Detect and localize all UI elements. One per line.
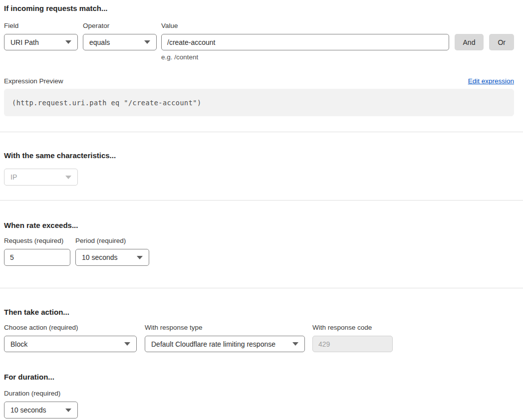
operator-label: Operator — [83, 21, 157, 30]
section-action: Then take action... Choose action (requi… — [0, 288, 523, 352]
value-hint: e.g. /content — [161, 53, 449, 61]
response-type-select-value: Default Cloudflare rate limiting respons… — [151, 340, 275, 348]
period-label: Period (required) — [75, 236, 149, 245]
choose-action-select[interactable]: Block — [4, 336, 137, 352]
period-select[interactable]: 10 seconds — [75, 249, 149, 266]
requests-group: Requests (required) — [4, 236, 70, 266]
section-match: If incoming requests match... Field URI … — [0, 0, 523, 132]
characteristic-select: IP — [4, 169, 78, 186]
value-group: Value e.g. /content — [161, 21, 449, 61]
field-select[interactable]: URI Path — [4, 34, 78, 50]
response-code-label: With response code — [312, 323, 393, 332]
requests-input[interactable] — [4, 249, 70, 266]
chevron-down-icon — [65, 176, 71, 179]
or-button[interactable]: Or — [489, 34, 514, 50]
and-button[interactable]: And — [455, 34, 484, 50]
rate-heading: When rate exceeds... — [4, 220, 514, 230]
characteristics-heading: With the same characteristics... — [4, 151, 514, 161]
duration-select[interactable]: 10 seconds — [4, 402, 78, 419]
expression-preview-box: (http.request.uri.path eq "/create-accou… — [4, 89, 514, 116]
response-type-group: With response type Default Cloudflare ra… — [145, 323, 305, 352]
choose-action-label: Choose action (required) — [4, 323, 137, 332]
duration-heading: For duration... — [4, 372, 514, 382]
duration-group: Duration (required) 10 seconds — [4, 389, 78, 419]
rate-limiting-rule-form: If incoming requests match... Field URI … — [0, 0, 523, 420]
period-group: Period (required) 10 seconds — [75, 236, 149, 266]
chevron-down-icon — [137, 256, 143, 259]
field-select-value: URI Path — [10, 38, 39, 46]
operator-group: Operator equals — [83, 21, 157, 50]
duration-select-value: 10 seconds — [10, 406, 46, 414]
field-label: Field — [4, 21, 78, 30]
choose-action-select-value: Block — [10, 340, 27, 348]
requests-label: Requests (required) — [4, 236, 70, 245]
section-characteristics: With the same characteristics... IP — [0, 132, 523, 200]
or-button-column: Or — [489, 21, 514, 50]
match-controls-row: Field URI Path Operator equals Value e.g… — [4, 21, 514, 61]
chevron-down-icon — [124, 342, 130, 346]
section-rate: When rate exceeds... Requests (required)… — [0, 201, 523, 288]
value-input[interactable] — [161, 34, 449, 50]
operator-select-value: equals — [89, 38, 110, 46]
response-code-input — [312, 336, 393, 352]
section-duration: For duration... Duration (required) 10 s… — [0, 352, 523, 420]
chevron-down-icon — [292, 342, 298, 346]
chevron-down-icon — [144, 40, 150, 44]
and-button-column: And — [455, 21, 484, 50]
expression-preview-label: Expression Preview — [4, 77, 63, 85]
response-type-select[interactable]: Default Cloudflare rate limiting respons… — [145, 336, 305, 352]
period-select-value: 10 seconds — [82, 253, 118, 261]
field-group: Field URI Path — [4, 21, 78, 50]
response-type-label: With response type — [145, 323, 305, 332]
match-heading: If incoming requests match... — [4, 3, 514, 13]
chevron-down-icon — [65, 40, 71, 44]
value-label: Value — [161, 21, 449, 30]
characteristic-select-value: IP — [10, 173, 17, 181]
action-heading: Then take action... — [4, 307, 514, 317]
duration-label: Duration (required) — [4, 389, 78, 398]
rate-controls-row: Requests (required) Period (required) 10… — [4, 236, 514, 266]
choose-action-group: Choose action (required) Block — [4, 323, 137, 352]
chevron-down-icon — [65, 409, 71, 412]
expression-preview-header: Expression Preview Edit expression — [4, 77, 514, 85]
edit-expression-link[interactable]: Edit expression — [468, 77, 514, 85]
expression-code: (http.request.uri.path eq "/create-accou… — [12, 99, 202, 107]
action-controls-row: Choose action (required) Block With resp… — [4, 323, 514, 352]
operator-select[interactable]: equals — [83, 34, 157, 50]
response-code-group: With response code — [312, 323, 393, 352]
